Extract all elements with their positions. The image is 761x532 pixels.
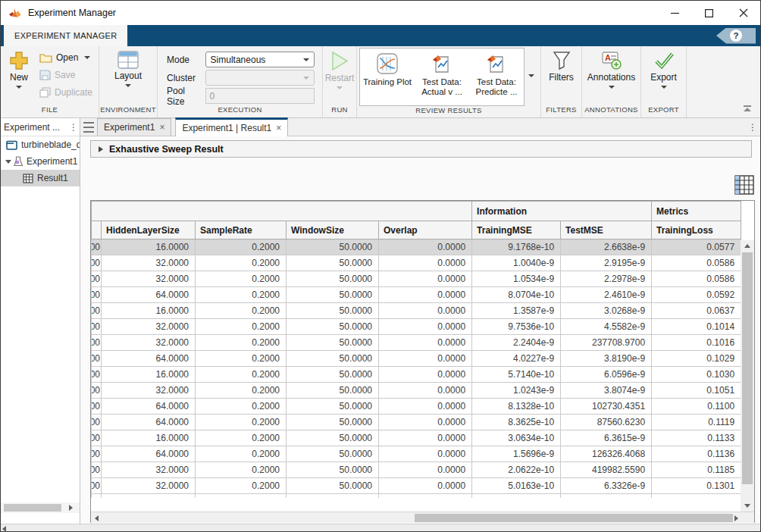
row-clipped-cell[interactable]: 000 — [92, 478, 102, 494]
cell-trainingmse[interactable]: 8.3625e-10 — [472, 415, 561, 430]
table-row[interactable]: 00032.00000.200050.00000.00001.0040e-92.… — [92, 255, 741, 271]
table-row[interactable]: 00032.00000.200050.00000.00002.0622e-104… — [92, 462, 741, 478]
cell-trainingloss[interactable]: 0.1185 — [652, 462, 741, 478]
cell-trainingloss[interactable]: 0.1016 — [652, 335, 741, 351]
cell-windowsize[interactable]: 50.0000 — [287, 383, 379, 399]
row-clipped-cell[interactable]: 000 — [92, 319, 102, 335]
cell-trainingloss[interactable]: 0.0637 — [652, 303, 741, 319]
cell-windowsize[interactable]: 50.0000 — [287, 415, 379, 430]
cell-trainingloss[interactable]: 0.0577 — [652, 239, 741, 255]
cell-overlap[interactable]: 0.0000 — [379, 478, 472, 494]
cell-testmse[interactable]: 419982.5590 — [561, 462, 652, 478]
tab-list-icon[interactable] — [83, 122, 94, 133]
table-h-scrollbar[interactable] — [91, 512, 754, 523]
cell-overlap[interactable]: 0.0000 — [379, 430, 472, 446]
cell-trainingloss[interactable]: 0.1029 — [652, 351, 741, 367]
scroll-down-button[interactable] — [741, 500, 754, 512]
cell-overlap[interactable]: 0.0000 — [379, 462, 472, 478]
table-row[interactable]: 00032.00000.200050.00000.00009.7536e-104… — [92, 319, 741, 335]
table-row[interactable]: 00064.00000.200050.00000.00004.0227e-93.… — [92, 351, 741, 367]
col-header-samplerate[interactable]: SampleRate — [196, 221, 287, 239]
tab-close-icon[interactable]: × — [276, 123, 281, 133]
open-button[interactable]: Open — [36, 49, 96, 66]
cell-testmse[interactable]: 126326.4068 — [561, 446, 652, 462]
cell-samplerate[interactable]: 0.2000 — [196, 255, 287, 271]
row-clipped-cell[interactable]: 000 — [92, 399, 102, 415]
export-dropdown-icon[interactable] — [661, 86, 667, 89]
cell-trainingmse[interactable]: 2.2404e-9 — [472, 335, 561, 351]
open-dropdown-icon[interactable] — [84, 56, 90, 59]
test-data-predicted-button[interactable]: Test Data: Predicte ... — [469, 49, 524, 105]
table-row[interactable]: 00064.00000.200050.00000.00008.0704e-102… — [92, 287, 741, 303]
annotations-button[interactable]: A Annotations — [583, 49, 640, 89]
cell-testmse[interactable]: 102730.4351 — [561, 399, 652, 415]
export-button[interactable]: Export — [642, 49, 686, 89]
tab-close-icon[interactable]: × — [159, 122, 164, 133]
cell-hiddenlayersize[interactable]: 32.0000 — [102, 271, 196, 287]
cell-samplerate[interactable]: 0.2000 — [196, 271, 287, 287]
row-clipped-cell[interactable]: 000 — [92, 430, 102, 446]
row-clipped-cell[interactable]: 000 — [92, 271, 102, 287]
sidebar-item-experiment1[interactable]: Experiment1 — [1, 153, 80, 170]
row-clipped-cell[interactable]: 000 — [92, 351, 102, 367]
table-row[interactable]: 00064.00000.200050.00000.00008.1328e-101… — [92, 399, 741, 415]
scroll-up-button[interactable] — [741, 240, 754, 252]
table-row[interactable]: 00032.00000.200050.00000.00005.0163e-106… — [92, 478, 741, 494]
exhaustive-sweep-panel-header[interactable]: Exhaustive Sweep Result — [90, 140, 752, 158]
close-button[interactable] — [726, 1, 760, 25]
cell-overlap[interactable]: 0.0000 — [379, 287, 472, 303]
sidebar-h-scrollbar[interactable] — [1, 502, 80, 513]
cell-samplerate[interactable]: 0.2000 — [196, 383, 287, 399]
cell-samplerate[interactable]: 0.2000 — [196, 430, 287, 446]
cell-overlap[interactable]: 0.0000 — [379, 335, 472, 351]
cell-hiddenlayersize[interactable]: 32.0000 — [102, 383, 196, 399]
cell-overlap[interactable]: 0.0000 — [379, 383, 472, 399]
cell-trainingmse[interactable]: 5.7140e-10 — [472, 367, 561, 383]
cell-trainingmse[interactable]: 1.3587e-9 — [472, 303, 561, 319]
cell-windowsize[interactable]: 50.0000 — [287, 367, 379, 383]
cell-samplerate[interactable]: 0.2000 — [196, 335, 287, 351]
layout-dropdown-icon[interactable] — [125, 84, 131, 87]
row-clipped-cell[interactable]: 000 — [92, 239, 102, 255]
cell-trainingmse[interactable]: 9.1768e-10 — [472, 239, 561, 255]
table-row[interactable]: 00016.00000.200050.00000.00009.1768e-102… — [92, 239, 741, 255]
cell-testmse[interactable]: 2.2978e-9 — [561, 271, 652, 287]
cell-testmse[interactable]: 4.5582e-9 — [561, 319, 652, 335]
cell-testmse[interactable]: 6.3615e-9 — [561, 430, 652, 446]
cell-windowsize[interactable]: 50.0000 — [287, 399, 379, 415]
cell-hiddenlayersize[interactable]: 32.0000 — [102, 478, 196, 494]
cell-windowsize[interactable]: 50.0000 — [287, 430, 379, 446]
annotations-dropdown-icon[interactable] — [609, 86, 615, 89]
cell-hiddenlayersize[interactable]: 16.0000 — [102, 367, 196, 383]
table-row[interactable]: 00032.00000.200050.00000.00001.0534e-92.… — [92, 271, 741, 287]
row-clipped-cell[interactable]: 000 — [92, 287, 102, 303]
cell-samplerate[interactable]: 0.2000 — [196, 303, 287, 319]
duplicate-button[interactable]: Duplicate — [36, 83, 96, 101]
cell-windowsize[interactable]: 50.0000 — [287, 351, 379, 367]
cell-overlap[interactable]: 0.0000 — [379, 415, 472, 430]
cell-samplerate[interactable]: 0.2000 — [196, 287, 287, 303]
cell-trainingloss[interactable]: 0.1133 — [652, 430, 741, 446]
col-header-overlap[interactable]: Overlap — [379, 221, 472, 239]
table-row[interactable]: 00032.00000.200050.00000.00002.2404e-923… — [92, 335, 741, 351]
cell-trainingmse[interactable]: 8.0704e-10 — [472, 287, 561, 303]
cell-samplerate[interactable]: 0.2000 — [196, 399, 287, 415]
cell-trainingmse[interactable]: 1.0040e-9 — [472, 255, 561, 271]
col-header-testmse[interactable]: TestMSE — [561, 221, 652, 239]
cell-trainingmse[interactable]: 1.0243e-9 — [472, 383, 561, 399]
cell-hiddenlayersize[interactable]: 16.0000 — [102, 239, 196, 255]
table-row[interactable]: 00064.00000.200050.00000.00001.5696e-912… — [92, 446, 741, 462]
cell-windowsize[interactable]: 50.0000 — [287, 255, 379, 271]
cell-testmse[interactable]: 3.8190e-9 — [561, 351, 652, 367]
cell-overlap[interactable]: 0.0000 — [379, 367, 472, 383]
row-clipped-cell[interactable]: 000 — [92, 303, 102, 319]
cell-hiddenlayersize[interactable]: 16.0000 — [102, 303, 196, 319]
table-row[interactable]: 00064.00000.200050.00000.00008.3625e-108… — [92, 415, 741, 430]
cell-hiddenlayersize[interactable]: 32.0000 — [102, 462, 196, 478]
training-plot-button[interactable]: Training Plot — [360, 49, 415, 105]
cell-trainingloss[interactable]: 0.1301 — [652, 478, 741, 494]
cell-trainingloss[interactable]: 0.0586 — [652, 271, 741, 287]
minimize-button[interactable] — [658, 1, 692, 25]
cell-windowsize[interactable]: 50.0000 — [287, 335, 379, 351]
cell-trainingmse[interactable]: 8.1328e-10 — [472, 399, 561, 415]
